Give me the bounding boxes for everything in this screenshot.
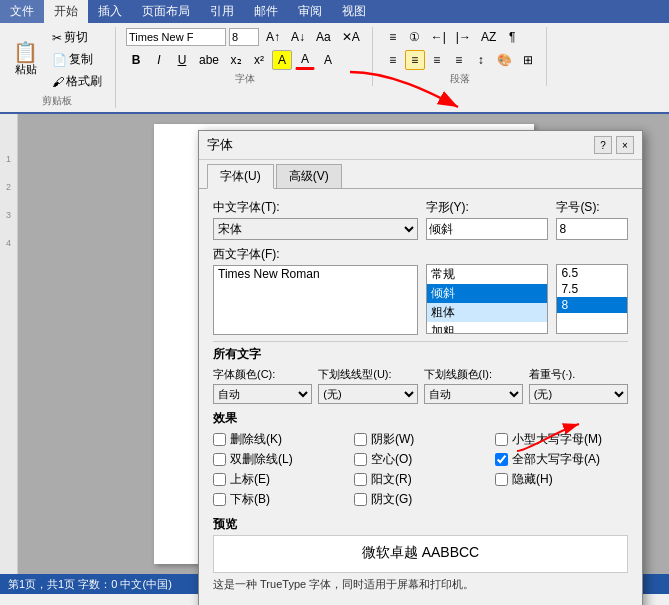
menu-item-file[interactable]: 文件 <box>0 0 44 23</box>
menu-item-ref[interactable]: 引用 <box>200 0 244 23</box>
border-button[interactable]: ⊞ <box>518 50 538 70</box>
font-color-group: 字体颜色(C): 自动 <box>213 367 312 404</box>
cut-button[interactable]: ✂ 剪切 <box>47 27 107 48</box>
font-size-input[interactable] <box>229 28 259 46</box>
change-case-button[interactable]: Aa <box>312 27 335 47</box>
effect-all-caps-check[interactable] <box>495 453 508 466</box>
underline-button[interactable]: U <box>172 50 192 70</box>
menu-item-layout[interactable]: 页面布局 <box>132 0 200 23</box>
scissors-icon: ✂ <box>52 31 62 45</box>
status-text: 第1页，共1页 字数：0 中文(中国) <box>8 577 172 592</box>
tab-font[interactable]: 字体(U) <box>207 164 274 189</box>
font-row1: A↑ A↓ Aa ✕A <box>126 27 364 47</box>
menu-item-mail[interactable]: 邮件 <box>244 0 288 23</box>
align-center-button[interactable]: ≡ <box>405 50 425 70</box>
style-option-italic[interactable]: 倾斜 <box>427 284 548 303</box>
menu-item-insert[interactable]: 插入 <box>88 0 132 23</box>
para-btns: ≡ ① ←| |→ AZ ¶ <box>383 27 538 47</box>
style-listbox[interactable]: 常规 倾斜 粗体 加粗 <box>426 264 549 334</box>
dialog-tabs: 字体(U) 高级(V) <box>199 160 642 189</box>
font-group: A↑ A↓ Aa ✕A B I U abe x₂ x² A A A 字体 <box>126 27 373 86</box>
copy-button[interactable]: 📄 复制 <box>47 49 107 70</box>
effects-label: 效果 <box>213 410 628 427</box>
justify-button[interactable]: ≡ <box>449 50 469 70</box>
underline-color-select[interactable]: 自动 <box>424 384 523 404</box>
tab-advanced[interactable]: 高级(V) <box>276 164 342 188</box>
indent-decrease-button[interactable]: ←| <box>427 27 450 47</box>
style-option-bold[interactable]: 粗体 <box>427 303 548 322</box>
font-color-select[interactable]: 自动 <box>213 384 312 404</box>
line-spacing-button[interactable]: ↕ <box>471 50 491 70</box>
size-listbox-group: 6.5 7.5 8 <box>556 246 628 335</box>
effect-shadow-check[interactable] <box>354 433 367 446</box>
effect-outline-check[interactable] <box>354 453 367 466</box>
style-option-normal[interactable]: 常规 <box>427 265 548 284</box>
chinese-font-select[interactable]: 宋体 <box>213 218 418 240</box>
pilcrow-button[interactable]: ¶ <box>502 27 522 47</box>
italic-button[interactable]: I <box>149 50 169 70</box>
menu-item-view[interactable]: 视图 <box>332 0 376 23</box>
style-listbox-group: 常规 倾斜 粗体 加粗 <box>426 246 549 335</box>
effect-emboss-check[interactable] <box>354 473 367 486</box>
clipboard-group-name: 剪贴板 <box>6 94 107 108</box>
char-shading-button[interactable]: A <box>318 50 338 70</box>
dialog-help-button[interactable]: ? <box>594 136 612 154</box>
superscript-button[interactable]: x² <box>249 50 269 70</box>
paste-label: 粘贴 <box>15 62 37 77</box>
effect-strikethrough: 删除线(K) <box>213 431 346 448</box>
effect-dbl-strikethrough-check[interactable] <box>213 453 226 466</box>
indent-increase-button[interactable]: |→ <box>452 27 475 47</box>
font-name-input[interactable] <box>126 28 226 46</box>
shading-button[interactable]: 🎨 <box>493 50 516 70</box>
emphasis-select[interactable]: (无) <box>529 384 628 404</box>
text-highlight-button[interactable]: A <box>272 50 292 70</box>
size-option-6-5[interactable]: 6.5 <box>557 265 627 281</box>
font-row-top: 中文字体(T): 宋体 字形(Y): 倾斜 字号(S): 8 <box>213 199 628 240</box>
effect-superscript-check[interactable] <box>213 473 226 486</box>
strikethrough-button[interactable]: abe <box>195 50 223 70</box>
effect-subscript-check[interactable] <box>213 493 226 506</box>
size-listbox[interactable]: 6.5 7.5 8 <box>556 264 628 334</box>
font-color-button[interactable]: A <box>295 50 315 70</box>
style-label: 字形(Y): <box>426 199 549 216</box>
number-list-button[interactable]: ① <box>405 27 425 47</box>
bold-button[interactable]: B <box>126 50 146 70</box>
align-left-button[interactable]: ≡ <box>383 50 403 70</box>
para-group-name: 段落 <box>383 72 538 86</box>
menu-item-home[interactable]: 开始 <box>44 0 88 23</box>
emphasis-label: 着重号(·). <box>529 367 628 382</box>
copy-icon: 📄 <box>52 53 67 67</box>
style-option-bold-italic[interactable]: 加粗 <box>427 322 548 334</box>
west-font-listbox[interactable]: Times New Roman <box>213 265 418 335</box>
dialog-body: 中文字体(T): 宋体 字形(Y): 倾斜 字号(S): 8 西文字体(F): <box>199 189 642 605</box>
subscript-button[interactable]: x₂ <box>226 50 246 70</box>
effect-small-caps-check[interactable] <box>495 433 508 446</box>
clear-format-button[interactable]: ✕A <box>338 27 364 47</box>
dialog-close-button[interactable]: × <box>616 136 634 154</box>
size-group: 字号(S): 8 <box>556 199 628 240</box>
effect-engrave-check[interactable] <box>354 493 367 506</box>
chinese-font-label: 中文字体(T): <box>213 199 418 216</box>
shrink-font-button[interactable]: A↓ <box>287 27 309 47</box>
preview-label: 预览 <box>213 516 628 533</box>
underline-style-select[interactable]: (无) <box>318 384 417 404</box>
effect-hidden-check[interactable] <box>495 473 508 486</box>
clipboard-group: 📋 粘贴 ✂ 剪切 📄 复制 🖌 格式刷 剪贴板 <box>6 27 116 108</box>
underline-color-group: 下划线颜色(I): 自动 <box>424 367 523 404</box>
sort-button[interactable]: AZ <box>477 27 500 47</box>
size-input-display[interactable]: 8 <box>556 218 628 240</box>
effect-dbl-strikethrough: 双删除线(L) <box>213 451 346 468</box>
menu-item-review[interactable]: 审阅 <box>288 0 332 23</box>
style-input-display[interactable]: 倾斜 <box>426 218 549 240</box>
paste-button[interactable]: 📋 粘贴 <box>6 37 45 82</box>
west-font-display[interactable]: Times New Roman <box>214 266 417 282</box>
format-brush-button[interactable]: 🖌 格式刷 <box>47 71 107 92</box>
font-dialog: 字体 ? × 字体(U) 高级(V) 中文字体(T): 宋体 <box>198 130 643 605</box>
effect-strikethrough-check[interactable] <box>213 433 226 446</box>
align-right-button[interactable]: ≡ <box>427 50 447 70</box>
list-button[interactable]: ≡ <box>383 27 403 47</box>
size-option-7-5[interactable]: 7.5 <box>557 281 627 297</box>
size-option-8[interactable]: 8 <box>557 297 627 313</box>
brush-icon: 🖌 <box>52 75 64 89</box>
grow-font-button[interactable]: A↑ <box>262 27 284 47</box>
